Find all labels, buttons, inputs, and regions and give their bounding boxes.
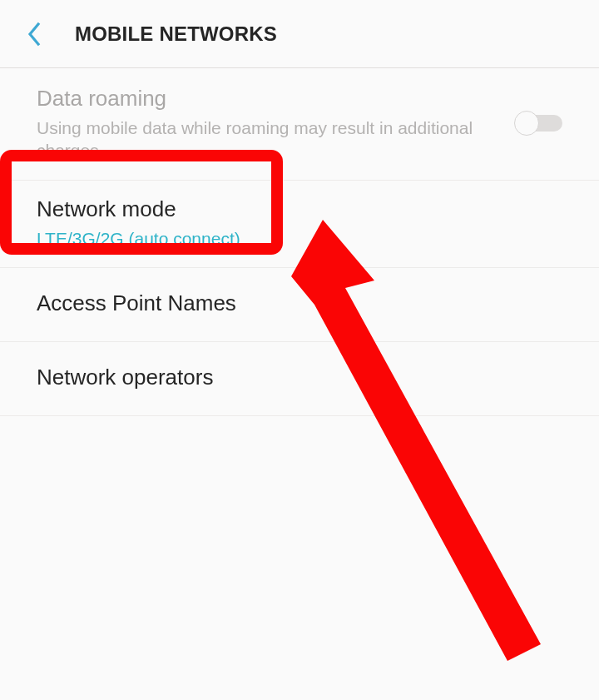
header: MOBILE NETWORKS xyxy=(0,0,599,68)
row-title: Network mode xyxy=(37,196,562,224)
toggle-knob xyxy=(514,111,539,136)
page-title: MOBILE NETWORKS xyxy=(75,22,277,46)
row-network-mode[interactable]: Network mode LTE/3G/2G (auto connect) xyxy=(0,181,599,268)
settings-list: Data roaming Using mobile data while roa… xyxy=(0,68,599,416)
back-icon[interactable] xyxy=(25,21,43,47)
row-subtitle: LTE/3G/2G (auto connect) xyxy=(37,229,562,249)
row-network-operators[interactable]: Network operators xyxy=(0,342,599,416)
toggle-data-roaming[interactable] xyxy=(514,110,562,137)
row-subtitle: Using mobile data while roaming may resu… xyxy=(37,117,501,162)
row-apn[interactable]: Access Point Names xyxy=(0,268,599,342)
row-title: Network operators xyxy=(37,364,562,392)
row-title: Data roaming xyxy=(37,85,501,113)
row-data-roaming[interactable]: Data roaming Using mobile data while roa… xyxy=(0,68,599,181)
row-title: Access Point Names xyxy=(37,290,562,318)
